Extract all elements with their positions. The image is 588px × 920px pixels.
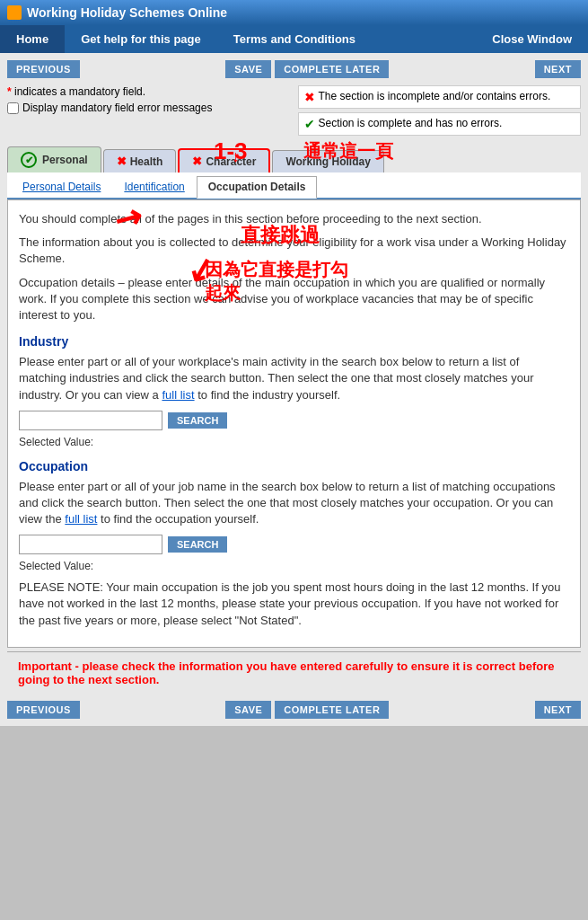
display-errors-label: Display mandatory field error messages bbox=[22, 102, 212, 114]
industry-full-list-link[interactable]: full list bbox=[162, 388, 194, 402]
app-icon bbox=[7, 5, 22, 20]
tab-character-label: Character bbox=[206, 155, 256, 168]
occupation-search-row: SEARCH bbox=[19, 535, 569, 554]
success-box-text: Section is complete and has no errors. bbox=[319, 117, 503, 129]
tab-health-label: Health bbox=[130, 155, 163, 168]
tab-working-holiday-label: Working Holiday bbox=[285, 155, 370, 168]
error-icon: ✖ bbox=[304, 90, 315, 104]
save-button-top[interactable]: SAVE bbox=[225, 60, 271, 78]
content-with-annotations: Personal Details Identification Occupati… bbox=[7, 172, 581, 648]
industry-search-row: SEARCH bbox=[19, 411, 569, 430]
asterisk-icon: * bbox=[7, 85, 12, 98]
occupation-section-desc: Please enter part or all of your job nam… bbox=[19, 479, 569, 528]
tab-personal-icon: ✔ bbox=[21, 152, 37, 168]
tab-health-icon: ✖ bbox=[117, 155, 127, 168]
important-notice: Important - please check the information… bbox=[7, 651, 581, 694]
industry-selected-value: Selected Value: bbox=[19, 436, 569, 448]
display-errors-checkbox[interactable] bbox=[7, 102, 19, 114]
occupation-search-input[interactable] bbox=[19, 535, 162, 554]
mandatory-note: * indicates a mandatory field. bbox=[7, 85, 291, 98]
tab-character-icon: ✖ bbox=[192, 155, 202, 168]
success-icon: ✔ bbox=[304, 117, 315, 131]
info-section: * indicates a mandatory field. Display m… bbox=[7, 85, 581, 139]
bottom-buttons-row: PREVIOUS SAVE COMPLETE LATER NEXT bbox=[7, 701, 581, 719]
tab-personal-check: ✔ bbox=[25, 155, 33, 166]
nav-close[interactable]: Close Window bbox=[476, 25, 588, 53]
save-button-bottom[interactable]: SAVE bbox=[225, 701, 271, 719]
success-box: ✔ Section is complete and has no errors. bbox=[298, 112, 582, 136]
occupation-section-title: Occupation bbox=[19, 459, 569, 473]
tab-health[interactable]: ✖ Health bbox=[103, 149, 177, 172]
top-buttons-row: PREVIOUS SAVE COMPLETE LATER NEXT bbox=[7, 60, 581, 78]
sub-tabs-row: Personal Details Identification Occupati… bbox=[7, 172, 581, 199]
info-left: * indicates a mandatory field. Display m… bbox=[7, 85, 291, 139]
display-errors-row: Display mandatory field error messages bbox=[7, 102, 291, 114]
tab-personal-label: Personal bbox=[42, 154, 88, 166]
occupation-search-button[interactable]: SEARCH bbox=[168, 536, 227, 553]
nav-terms[interactable]: Terms and Conditions bbox=[217, 25, 372, 53]
error-box: ✖ The section is incomplete and/or conta… bbox=[298, 85, 582, 109]
sub-tab-personal-details[interactable]: Personal Details bbox=[11, 176, 112, 198]
occupation-selected-value: Selected Value: bbox=[19, 560, 569, 572]
complete-later-button-bottom[interactable]: COMPLETE LATER bbox=[275, 701, 389, 719]
previous-button-top[interactable]: PREVIOUS bbox=[7, 60, 80, 78]
tabs-annotation-area: 1-3 通常這一頁 ✔ Personal ✖ Health ✖ Charact bbox=[7, 146, 581, 172]
content-panel: You should complete all of the pages in … bbox=[7, 199, 581, 648]
complete-later-button-top[interactable]: COMPLETE LATER bbox=[275, 60, 389, 78]
industry-section-title: Industry bbox=[19, 334, 569, 349]
nav-bar: Home Get help for this page Terms and Co… bbox=[0, 25, 588, 53]
sub-tab-occupation-details[interactable]: Occupation Details bbox=[197, 176, 318, 199]
tab-character[interactable]: ✖ Character bbox=[178, 148, 270, 172]
tab-working-holiday[interactable]: Working Holiday bbox=[272, 150, 383, 172]
next-button-top[interactable]: NEXT bbox=[535, 60, 581, 78]
tabs-row: ✔ Personal ✖ Health ✖ Character Working … bbox=[7, 146, 581, 172]
industry-search-input[interactable] bbox=[19, 411, 162, 430]
industry-search-button[interactable]: SEARCH bbox=[168, 412, 227, 429]
occupation-details-desc: Occupation details – please enter detail… bbox=[19, 275, 569, 324]
error-box-text: The section is incomplete and/or contain… bbox=[319, 90, 551, 102]
industry-desc: Please enter part or all of your workpla… bbox=[19, 354, 569, 403]
title-bar: Working Holiday Schemes Online bbox=[0, 0, 588, 25]
next-button-bottom[interactable]: NEXT bbox=[535, 701, 581, 719]
previous-button-bottom[interactable]: PREVIOUS bbox=[7, 701, 80, 719]
tab-personal[interactable]: ✔ Personal bbox=[7, 146, 101, 172]
occupation-full-list-link[interactable]: full list bbox=[65, 512, 97, 526]
nav-help[interactable]: Get help for this page bbox=[65, 25, 217, 53]
intro-text-1: You should complete all of the pages in … bbox=[19, 211, 569, 227]
info-right: ✖ The section is incomplete and/or conta… bbox=[298, 85, 582, 139]
nav-home[interactable]: Home bbox=[0, 25, 65, 53]
please-note-text: PLEASE NOTE: Your main occupation is the… bbox=[19, 579, 569, 629]
sub-tab-identification[interactable]: Identification bbox=[112, 176, 196, 198]
intro-text-2: The information about you is collected t… bbox=[19, 234, 569, 267]
main-content: PREVIOUS SAVE COMPLETE LATER NEXT * indi… bbox=[0, 53, 588, 726]
app-title: Working Holiday Schemes Online bbox=[27, 5, 227, 20]
